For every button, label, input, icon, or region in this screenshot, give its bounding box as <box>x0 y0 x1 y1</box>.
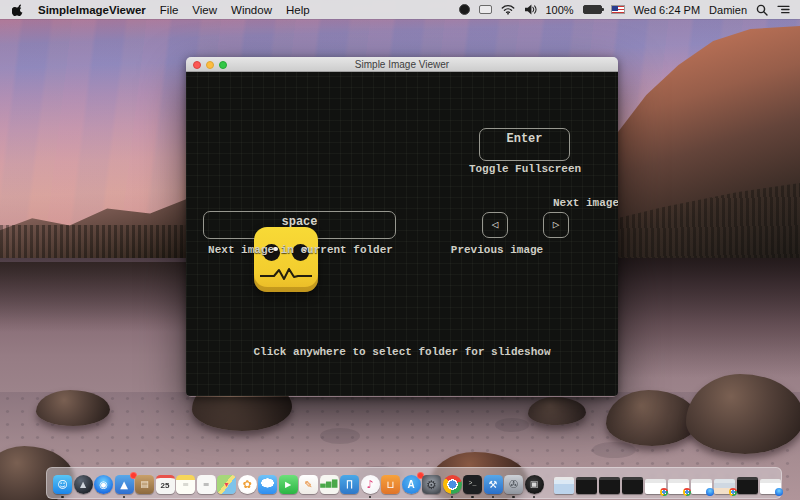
running-indicator <box>492 496 495 499</box>
close-window-button[interactable] <box>193 61 201 69</box>
dock-messages-icon[interactable] <box>258 475 277 494</box>
dock-viewer-icon[interactable]: ▣ <box>525 475 544 494</box>
calendar-glyph: 25 <box>161 482 170 490</box>
dock-minimized-browser-window[interactable] <box>668 479 689 494</box>
chrome-badge-icon <box>660 488 668 496</box>
battery-icon[interactable] <box>583 5 602 14</box>
slideshow-click-area[interactable]: Enter Toggle Fullscreen space Next image… <box>186 72 618 396</box>
zoom-window-button[interactable] <box>219 61 227 69</box>
dock-xcode-icon[interactable]: ⚒ <box>484 475 503 494</box>
chrome-badge-icon <box>729 488 737 496</box>
menu-window[interactable]: Window <box>231 4 272 16</box>
wallpaper-rock <box>528 397 586 425</box>
terminal-glyph: >_ <box>469 481 477 488</box>
facetime-glyph: ▶ <box>285 481 291 489</box>
maps-glyph: ▾ <box>224 481 228 489</box>
status-circle-icon[interactable] <box>459 4 470 15</box>
dock: ☺▲◉▲▤25≡≡▾✿▶✎▄▆█∏♪⊔A⚙>_⚒✇▣ <box>46 467 782 499</box>
dock-chrome-icon[interactable] <box>443 475 462 494</box>
dock-apps: ☺▲◉▲▤25≡≡▾✿▶✎▄▆█∏♪⊔A⚙>_⚒✇▣ <box>53 475 544 494</box>
apple-menu-icon[interactable] <box>12 3 24 17</box>
xcode-glyph: ⚒ <box>489 480 498 490</box>
folder-select-hint: Click anywhere to select folder for slid… <box>186 346 618 358</box>
dock-maps-icon[interactable]: ▾ <box>217 475 236 494</box>
dock-contacts-icon[interactable]: ▤ <box>135 475 154 494</box>
dock-launchpad-icon[interactable]: ▲ <box>74 475 93 494</box>
dock-minimized-terminal-window[interactable] <box>622 477 643 494</box>
dock-terminal-icon[interactable]: >_ <box>463 475 482 494</box>
launchpad-glyph: ▲ <box>80 481 86 489</box>
menu-help[interactable]: Help <box>286 4 310 16</box>
dock-mail-icon[interactable]: ▲ <box>115 475 134 494</box>
numbers-glyph: ▄▆█ <box>320 481 338 488</box>
dock-minimized-browser-window[interactable] <box>645 479 666 494</box>
dock-pages-icon[interactable]: ✎ <box>299 475 318 494</box>
dock-automator-icon[interactable]: ✇ <box>504 475 523 494</box>
face-mouth <box>256 267 316 283</box>
dock-minimized-terminal-window[interactable] <box>599 477 620 494</box>
running-indicator <box>369 496 372 499</box>
dock-notes-icon[interactable]: ≡ <box>176 475 195 494</box>
dock-ibooks-icon[interactable]: ⊔ <box>381 475 400 494</box>
wallpaper-rock <box>686 374 800 454</box>
dock-minimized-busy-window[interactable] <box>714 479 735 494</box>
ibooks-glyph: ⊔ <box>387 480 395 490</box>
notes-glyph: ≡ <box>182 481 189 489</box>
itunes-glyph: ♪ <box>366 479 373 490</box>
dock-appstore-icon[interactable]: A <box>402 475 421 494</box>
dock-itunes-icon[interactable]: ♪ <box>361 475 380 494</box>
spotlight-search-icon[interactable] <box>756 4 768 16</box>
app-face-icon <box>254 227 318 292</box>
desktop: SimpleImageViewer FileViewWindowHelp 100… <box>0 0 800 500</box>
left-arrow-key-hint: ◁ <box>482 212 508 238</box>
dock-safari-icon[interactable]: ◉ <box>94 475 113 494</box>
safari-badge-icon <box>706 488 714 496</box>
dock-reminders-icon[interactable]: ≡ <box>197 475 216 494</box>
running-indicator <box>61 496 64 499</box>
dock-keynote-icon[interactable]: ∏ <box>340 475 359 494</box>
menu-view[interactable]: View <box>192 4 217 16</box>
menu-bar-menus: FileViewWindowHelp <box>160 4 324 16</box>
menu-file[interactable]: File <box>160 4 179 16</box>
wallpaper-pebble <box>495 418 529 432</box>
dock-numbers-icon[interactable]: ▄▆█ <box>320 475 339 494</box>
wifi-icon[interactable] <box>501 4 515 15</box>
dock-calendar-icon[interactable]: 25 <box>156 475 175 494</box>
dock-minimized-terminal-window[interactable] <box>737 477 758 494</box>
dock-minimized-browser-window[interactable] <box>691 479 712 494</box>
previous-image-label: Previous image <box>414 244 580 256</box>
minimize-window-button[interactable] <box>206 61 214 69</box>
volume-icon[interactable] <box>524 4 537 15</box>
chrome-badge-icon <box>683 488 691 496</box>
notification-center-icon[interactable] <box>777 4 790 15</box>
automator-glyph: ✇ <box>509 479 518 490</box>
wallpaper-pebble <box>592 442 636 458</box>
active-app-name[interactable]: SimpleImageViewer <box>38 4 146 16</box>
menu-bar-clock[interactable]: Wed 6:24 PM <box>634 4 700 16</box>
dock-windows <box>554 477 781 494</box>
display-status-icon[interactable] <box>479 5 492 14</box>
safari-badge-icon <box>775 488 783 496</box>
space-key-label: Next image in current folder <box>202 244 399 256</box>
dock-finder-icon[interactable]: ☺ <box>53 475 72 494</box>
input-language-flag-icon[interactable] <box>611 5 625 14</box>
dock-minimized-browser-window[interactable] <box>760 479 781 494</box>
window-title-bar[interactable]: Simple Image Viewer <box>186 57 618 72</box>
dock-minimized-terminal-window[interactable] <box>576 477 597 494</box>
dock-photos-icon[interactable]: ✿ <box>238 475 257 494</box>
keynote-glyph: ∏ <box>346 480 353 489</box>
simple-image-viewer-window: Simple Image Viewer Enter Toggle Fullscr… <box>186 57 618 397</box>
dock-sysprefs-icon[interactable]: ⚙ <box>422 475 441 494</box>
user-menu[interactable]: Damien <box>709 4 747 16</box>
battery-percent: 100% <box>546 4 574 16</box>
sysprefs-glyph: ⚙ <box>426 479 437 491</box>
next-image-label: Next image <box>493 197 618 209</box>
enter-key-label: Toggle Fullscreen <box>439 163 611 175</box>
pages-glyph: ✎ <box>304 480 312 490</box>
enter-key-hint: Enter <box>479 128 570 161</box>
wallpaper-pebble <box>320 428 360 444</box>
dock-minimized-finder-window[interactable] <box>554 477 574 494</box>
right-arrow-key-hint: ▷ <box>543 212 569 238</box>
menu-bar: SimpleImageViewer FileViewWindowHelp 100… <box>0 0 800 19</box>
dock-facetime-icon[interactable]: ▶ <box>279 475 298 494</box>
